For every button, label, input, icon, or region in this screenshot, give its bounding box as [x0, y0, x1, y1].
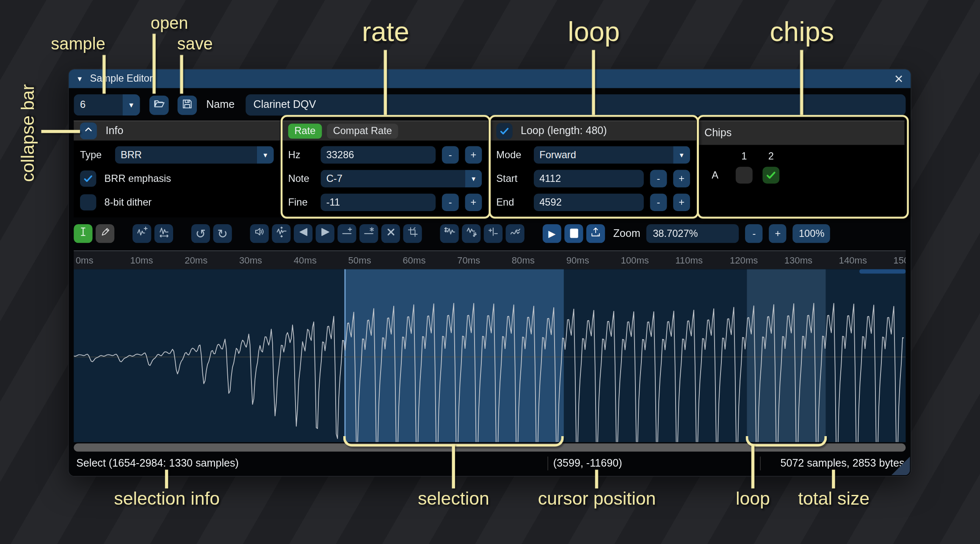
- ibeam-cursor-icon: [77, 226, 89, 240]
- upload-icon: [590, 226, 602, 240]
- redo-icon: ↻: [217, 226, 228, 241]
- open-folder-icon: [153, 97, 166, 112]
- screenshot-root: ▼ Sample Editor × 6 ▼ Name Clarinet DQV: [0, 0, 980, 544]
- brr-emphasis-checkbox[interactable]: [80, 170, 96, 187]
- annotation-rate: rate: [362, 16, 409, 47]
- speaker-icon: [254, 226, 265, 240]
- resize-button[interactable]: [133, 224, 151, 242]
- pencil-icon: [100, 226, 110, 240]
- cursor-position-text: (3599, -11690): [553, 457, 622, 470]
- wave-plus-icon: [136, 226, 148, 241]
- ruler-tick: 100ms: [621, 255, 649, 265]
- zoom-reset-button[interactable]: 100%: [793, 224, 831, 242]
- ruler-tick: 10ms: [130, 255, 153, 265]
- annotation-line-open: [152, 34, 155, 94]
- preview-button[interactable]: [586, 224, 605, 242]
- fade-out-icon: [320, 226, 330, 240]
- ruler-tick: 140ms: [839, 255, 867, 265]
- annotation-selection: selection: [418, 489, 489, 509]
- annotation-loop-bottom: loop: [736, 489, 770, 509]
- brr-emphasis-label: BRR emphasis: [105, 173, 171, 184]
- info-panel: Info Type BRR ▼ BRR emphasis: [74, 121, 280, 217]
- undo-button[interactable]: ↺: [191, 224, 210, 242]
- type-value: BRR: [115, 146, 257, 164]
- save-button[interactable]: [177, 95, 197, 115]
- info-panel-title: Info: [106, 125, 124, 137]
- play-button[interactable]: ▶: [543, 224, 561, 242]
- chevron-down-icon[interactable]: ▼: [122, 94, 140, 115]
- x-icon: [386, 227, 395, 240]
- time-ruler[interactable]: 0ms10ms20ms30ms40ms50ms60ms70ms80ms90ms1…: [74, 250, 905, 269]
- draw-mode-button[interactable]: [96, 224, 114, 242]
- annotation-line-collapse-bar: [41, 130, 80, 133]
- dither-label: 8-bit dither: [105, 197, 152, 208]
- brr-emphasis-row: BRR emphasis: [80, 170, 274, 187]
- normalize-button[interactable]: [272, 224, 290, 242]
- annotation-outline-loop: [489, 115, 699, 219]
- annotation-selection-info: selection info: [114, 489, 220, 509]
- insert-silence-button[interactable]: [337, 224, 356, 242]
- info-panel-header: Info: [74, 121, 280, 140]
- waveform-view[interactable]: [74, 269, 905, 442]
- annotation-total-size: total size: [798, 489, 870, 509]
- undo-icon: ↺: [196, 226, 206, 241]
- amplify-button[interactable]: [250, 224, 269, 242]
- save-floppy-icon: [181, 98, 193, 112]
- invert-button[interactable]: [462, 224, 480, 242]
- crop-icon: [407, 226, 418, 240]
- line-star-icon: [363, 226, 375, 240]
- redo-button[interactable]: ↻: [213, 224, 232, 242]
- zoom-out-button[interactable]: -: [745, 224, 763, 242]
- annotation-sample: sample: [51, 34, 105, 54]
- annotation-bracket-loop: [746, 436, 827, 447]
- play-icon: ▶: [548, 228, 555, 239]
- window-collapse-icon[interactable]: ▼: [76, 75, 83, 82]
- chevron-up-icon: [84, 125, 93, 137]
- filter-curve-icon: [509, 226, 521, 241]
- fade-in-icon: [298, 226, 309, 240]
- name-value: Clarinet DQV: [254, 99, 316, 111]
- sample-index-value: 6: [74, 94, 122, 115]
- annotation-save: save: [177, 34, 213, 54]
- total-size-text: 5072 samples, 2853 bytes: [780, 457, 904, 470]
- ruler-tick: 20ms: [185, 255, 207, 265]
- annotation-line-save: [180, 55, 183, 94]
- zoom-in-button[interactable]: +: [769, 224, 787, 242]
- resample-button[interactable]: [155, 224, 173, 242]
- apply-silence-button[interactable]: [359, 224, 378, 242]
- annotation-collapse-bar: collapse bar: [17, 80, 39, 187]
- ruler-tick: 0ms: [76, 255, 94, 265]
- reverse-button[interactable]: [440, 224, 458, 242]
- wave-invert-icon: [465, 226, 477, 241]
- collapse-bar-button[interactable]: [80, 122, 97, 139]
- ruler-tick: 70ms: [457, 255, 480, 265]
- plus-minus-icon: [488, 226, 499, 240]
- annotation-stem-selection: [452, 444, 455, 489]
- trim-button[interactable]: [403, 224, 422, 242]
- type-dropdown[interactable]: BRR ▼: [115, 146, 274, 164]
- type-label: Type: [80, 149, 109, 161]
- filter-button[interactable]: [505, 224, 524, 242]
- sample-index-select[interactable]: 6 ▼: [74, 94, 140, 115]
- signed-unsigned-button[interactable]: [484, 224, 502, 242]
- dither-checkbox[interactable]: [80, 194, 96, 210]
- zoom-input[interactable]: 38.7027%: [646, 224, 739, 242]
- fade-out-button[interactable]: [316, 224, 334, 242]
- close-icon[interactable]: ×: [894, 71, 903, 86]
- wave-top-scrollbar-thumb[interactable]: [859, 269, 905, 273]
- stop-button[interactable]: [564, 224, 583, 242]
- wave-stretch-icon: [158, 226, 170, 241]
- selection-info-text: Select (1654-2984: 1330 samples): [76, 457, 239, 470]
- select-mode-button[interactable]: [74, 224, 92, 242]
- zoom-label: Zoom: [613, 227, 640, 240]
- sample-toolbar: ↺ ↻ ▶ Zoom 38.7027% - + 100%: [74, 224, 905, 243]
- delete-button[interactable]: [381, 224, 400, 242]
- annotation-line-rate: [384, 50, 387, 115]
- chevron-down-icon: ▼: [257, 146, 274, 164]
- name-input[interactable]: Clarinet DQV: [246, 94, 906, 115]
- stop-icon: [570, 228, 578, 238]
- fade-in-button[interactable]: [294, 224, 312, 242]
- annotation-outline-rate: [281, 115, 491, 219]
- open-button[interactable]: [149, 95, 169, 115]
- ruler-tick: 50ms: [348, 255, 371, 265]
